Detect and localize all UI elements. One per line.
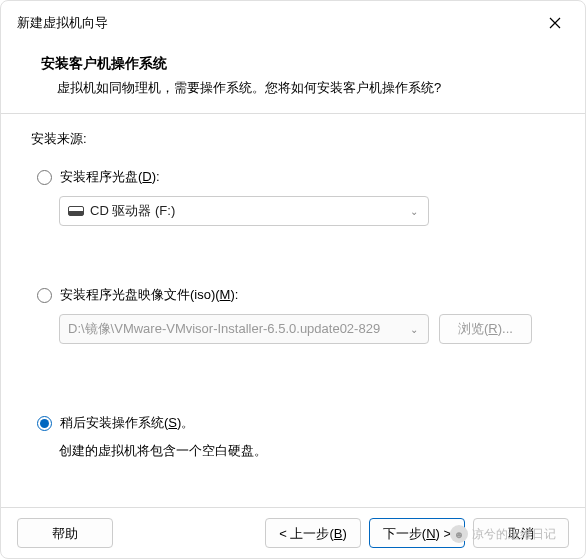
chevron-down-icon: ⌄ — [410, 206, 418, 217]
source-label: 安装来源: — [31, 130, 555, 148]
disc-drive-value: CD 驱动器 (F:) — [90, 202, 175, 220]
header-subtitle: 虚拟机如同物理机，需要操作系统。您将如何安装客户机操作系统? — [41, 79, 561, 97]
iso-path-value: D:\镜像\VMware-VMvisor-Installer-6.5.0.upd… — [68, 320, 380, 338]
header-title: 安装客户机操作系统 — [41, 55, 561, 73]
disc-drive-dropdown[interactable]: CD 驱动器 (F:) ⌄ — [59, 196, 429, 226]
cancel-button[interactable]: 取消 — [473, 518, 569, 548]
label-install-later[interactable]: 稍后安装操作系统(S)。 — [60, 414, 194, 432]
help-button[interactable]: 帮助 — [17, 518, 113, 548]
window-title: 新建虚拟机向导 — [17, 14, 108, 32]
cd-drive-icon — [68, 206, 84, 216]
back-button[interactable]: < 上一步(B) — [265, 518, 361, 548]
label-installer-disc[interactable]: 安装程序光盘(D): — [60, 168, 160, 186]
install-later-description: 创建的虚拟机将包含一个空白硬盘。 — [31, 442, 555, 460]
close-icon — [549, 17, 561, 29]
next-button[interactable]: 下一步(N) > — [369, 518, 465, 548]
iso-path-dropdown: D:\镜像\VMware-VMvisor-Installer-6.5.0.upd… — [59, 314, 429, 344]
radio-iso-file[interactable] — [37, 288, 52, 303]
close-button[interactable] — [537, 9, 573, 37]
radio-installer-disc[interactable] — [37, 170, 52, 185]
radio-install-later[interactable] — [37, 416, 52, 431]
label-iso-file[interactable]: 安装程序光盘映像文件(iso)(M): — [60, 286, 238, 304]
browse-button: 浏览(R)... — [439, 314, 532, 344]
chevron-down-icon: ⌄ — [410, 324, 418, 335]
